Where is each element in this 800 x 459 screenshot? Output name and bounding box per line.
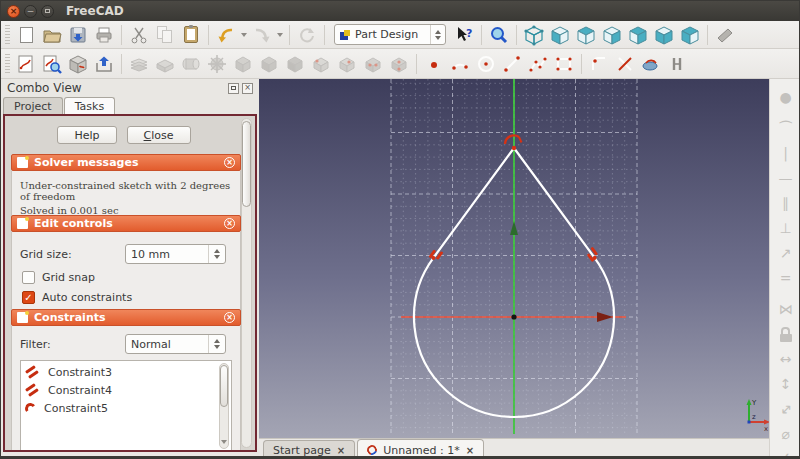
dock-close-icon[interactable]: × <box>242 83 253 94</box>
edit-controls-header[interactable]: Edit controls × <box>11 215 241 232</box>
sketch-viewport[interactable]: Yzx <box>259 79 769 438</box>
leave-sketch-icon[interactable] <box>92 52 116 76</box>
copy-icon[interactable] <box>153 23 177 47</box>
whats-this-icon[interactable]: ? <box>452 23 476 47</box>
front-view-icon[interactable] <box>548 23 572 47</box>
undo-dropdown-icon[interactable] <box>240 23 248 47</box>
fillet-feature-icon[interactable] <box>309 52 333 76</box>
constrain-horizontal-icon[interactable]: — <box>773 166 799 190</box>
constrain-coincident-icon[interactable]: ● <box>773 85 799 109</box>
fit-all-icon[interactable] <box>487 23 511 47</box>
toolbar-grip[interactable] <box>5 54 10 74</box>
map-sketch-to-face-icon[interactable] <box>66 52 90 76</box>
sketch-circle-icon[interactable] <box>474 52 498 76</box>
constrain-vertical-distance-icon[interactable]: ↕ <box>773 372 799 396</box>
save-document-icon[interactable] <box>66 23 90 47</box>
new-sketch-icon[interactable] <box>14 52 38 76</box>
sketch-point-icon[interactable] <box>422 52 446 76</box>
titlebar[interactable]: × − FreeCAD <box>1 1 799 21</box>
sketch-arc-icon[interactable] <box>448 52 472 76</box>
constraint-list-item[interactable]: Constraint5 <box>21 399 231 417</box>
sketch-line-icon[interactable] <box>500 52 524 76</box>
pocket-icon[interactable] <box>153 52 177 76</box>
close-button[interactable]: Close <box>127 126 191 144</box>
section-collapse-icon[interactable]: × <box>224 218 235 229</box>
constraint-list-item[interactable]: Constraint4 <box>21 381 231 399</box>
constrain-distance-icon[interactable]: ↔ <box>773 397 799 421</box>
combo-view-tab[interactable]: Project <box>3 97 63 114</box>
mirrored-icon[interactable] <box>283 52 307 76</box>
section-collapse-icon[interactable]: × <box>224 157 235 168</box>
freecad-window: × − FreeCAD Part Design <box>0 0 800 459</box>
combo-view-title: Combo View <box>7 81 82 95</box>
draft-feature-icon[interactable] <box>361 52 385 76</box>
toolbar-grip[interactable] <box>5 25 10 45</box>
workbench-selector[interactable]: Part Design <box>334 24 446 45</box>
edit-sketch-icon[interactable] <box>40 52 64 76</box>
window-minimize-icon[interactable]: − <box>24 5 37 18</box>
external-geometry-icon[interactable] <box>639 52 663 76</box>
redo-dropdown-icon[interactable] <box>276 23 284 47</box>
linear-pattern-icon[interactable] <box>231 52 255 76</box>
refresh-icon[interactable] <box>295 23 319 47</box>
groove-icon[interactable] <box>205 52 229 76</box>
redo-icon[interactable] <box>250 23 274 47</box>
undo-icon[interactable] <box>214 23 238 47</box>
new-document-icon[interactable] <box>14 23 38 47</box>
panel-scrollbar[interactable] <box>241 118 252 448</box>
polar-pattern-icon[interactable] <box>257 52 281 76</box>
auto-constraints-checkbox[interactable] <box>22 291 35 304</box>
combo-view-tabs: Project Tasks <box>3 97 116 114</box>
trim-edge-icon[interactable] <box>613 52 637 76</box>
bottom-view-icon[interactable] <box>652 23 676 47</box>
sketch-rectangle-icon[interactable] <box>552 52 576 76</box>
help-button[interactable]: Help <box>57 126 116 144</box>
print-icon[interactable] <box>92 23 116 47</box>
workbench-spinner[interactable] <box>430 25 441 44</box>
list-scrollbar[interactable] <box>219 363 229 449</box>
rear-view-icon[interactable] <box>626 23 650 47</box>
right-view-icon[interactable] <box>600 23 624 47</box>
left-view-icon[interactable] <box>678 23 702 47</box>
combo-view-tab[interactable]: Tasks <box>64 97 115 114</box>
measure-distance-icon[interactable] <box>713 23 737 47</box>
dock-float-icon[interactable] <box>228 83 239 94</box>
tangent-constraint-icon <box>25 366 40 379</box>
filter-dropdown[interactable]: Normal <box>125 334 226 354</box>
grid-size-spinbox[interactable]: 10 mm <box>125 244 226 264</box>
constrain-parallel-icon[interactable]: ∥ <box>773 191 799 215</box>
window-maximize-icon[interactable] <box>41 5 54 18</box>
constraints-header[interactable]: Constraints × <box>11 309 241 326</box>
top-view-icon[interactable] <box>574 23 598 47</box>
paste-icon[interactable] <box>179 23 203 47</box>
constrain-radius-icon[interactable]: ⌀ <box>773 422 799 446</box>
constrain-symmetric-icon[interactable]: ⋈ <box>773 297 799 321</box>
constrain-tangent-icon[interactable]: ↗ <box>773 241 799 265</box>
open-document-icon[interactable] <box>40 23 64 47</box>
axonometric-view-icon[interactable] <box>522 23 546 47</box>
constrain-perpendicular-icon[interactable]: ⊥ <box>773 216 799 240</box>
revolution-icon[interactable] <box>179 52 203 76</box>
pad-icon[interactable] <box>127 52 151 76</box>
window-close-icon[interactable]: × <box>7 5 20 18</box>
constraint-list-item[interactable]: Constraint3 <box>21 363 231 381</box>
constrain-vertical-icon[interactable]: | <box>773 141 799 165</box>
sketch-fillet-icon[interactable] <box>587 52 611 76</box>
sketch-canvas[interactable]: Yzx <box>259 79 769 438</box>
sketch-polyline-icon[interactable] <box>526 52 550 76</box>
tab-close-icon[interactable]: × <box>466 445 474 456</box>
construction-mode-icon[interactable] <box>665 52 689 76</box>
grid-snap-checkbox[interactable] <box>22 271 35 284</box>
constrain-lock-icon[interactable] <box>773 322 799 346</box>
dropdown-arrows[interactable] <box>208 335 220 353</box>
chamfer-feature-icon[interactable] <box>335 52 359 76</box>
thickness-feature-icon[interactable] <box>387 52 411 76</box>
constrain-point-on-object-icon[interactable]: ( <box>773 110 799 134</box>
cut-icon[interactable] <box>127 23 151 47</box>
spinbox-arrows[interactable] <box>208 245 220 263</box>
constrain-horizontal-distance-icon[interactable]: ↔ <box>773 347 799 371</box>
tab-close-icon[interactable]: × <box>337 445 345 456</box>
constrain-equal-icon[interactable]: = <box>773 266 799 290</box>
solver-messages-header[interactable]: Solver messages × <box>11 154 241 171</box>
section-collapse-icon[interactable]: × <box>224 312 235 323</box>
